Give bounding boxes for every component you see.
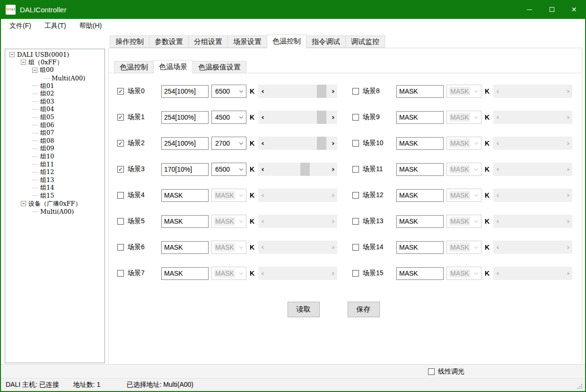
scene-level-input[interactable]: [161, 241, 209, 254]
scene-checkbox-group[interactable]: ✓ 场景0: [117, 87, 161, 96]
kelvin-scrollbar[interactable]: [258, 189, 337, 202]
kelvin-dropdown[interactable]: MASK: [446, 241, 481, 254]
scene-level-input[interactable]: [396, 85, 444, 98]
scroll-left-button[interactable]: [493, 267, 501, 280]
kelvin-dropdown[interactable]: MASK: [446, 85, 481, 98]
scene-checkbox-group[interactable]: 场景11: [352, 165, 396, 174]
scroll-right-button[interactable]: [564, 241, 572, 254]
scrollbar-track[interactable]: [266, 241, 329, 254]
scene-checkbox-group[interactable]: 场景5: [117, 217, 161, 226]
scene-checkbox-group[interactable]: 场景12: [352, 191, 396, 200]
kelvin-dropdown[interactable]: MASK: [211, 189, 246, 202]
scroll-right-button[interactable]: [564, 215, 572, 228]
scroll-left-button[interactable]: [258, 241, 266, 254]
menu-item[interactable]: 工具(T): [40, 20, 71, 32]
kelvin-scrollbar[interactable]: [493, 85, 572, 98]
scroll-left-button[interactable]: [493, 241, 501, 254]
kelvin-dropdown[interactable]: MASK: [446, 111, 481, 124]
scroll-right-button[interactable]: [329, 163, 337, 176]
scrollbar-track[interactable]: [266, 215, 329, 228]
scrollbar-track[interactable]: [266, 189, 329, 202]
kelvin-dropdown[interactable]: 6500: [211, 85, 246, 98]
scene-checkbox-group[interactable]: 场景10: [352, 139, 396, 148]
sub-tab-1[interactable]: 色温场景: [153, 60, 193, 74]
tree-item[interactable]: 组11: [5, 160, 105, 168]
scrollbar-track[interactable]: [501, 189, 564, 202]
scene-level-input[interactable]: [396, 163, 444, 176]
tree-item[interactable]: Multi(A00): [5, 208, 105, 216]
scroll-right-button[interactable]: [329, 111, 337, 124]
tree-item[interactable]: 设备（广播0xFF）: [5, 200, 105, 208]
scene-level-input[interactable]: [396, 137, 444, 150]
scroll-right-button[interactable]: [329, 189, 337, 202]
scroll-left-button[interactable]: [493, 137, 501, 150]
tree-item[interactable]: 组04: [5, 105, 105, 113]
scene-level-input[interactable]: [161, 163, 209, 176]
main-tab-0[interactable]: 操作控制: [110, 35, 149, 48]
kelvin-scrollbar[interactable]: [493, 163, 572, 176]
scene-checkbox[interactable]: ✓: [117, 166, 124, 173]
scene-checkbox[interactable]: ✓: [117, 140, 124, 147]
maximize-button[interactable]: [541, 0, 563, 19]
scroll-left-button[interactable]: [493, 163, 501, 176]
scene-checkbox[interactable]: [352, 218, 359, 225]
scene-checkbox-group[interactable]: 场景7: [117, 269, 161, 278]
tree-item[interactable]: 组10: [5, 153, 105, 161]
scroll-right-button[interactable]: [564, 137, 572, 150]
scene-level-input[interactable]: [161, 215, 209, 228]
scroll-right-button[interactable]: [329, 241, 337, 254]
main-tab-4[interactable]: 色温控制: [267, 35, 306, 48]
scrollbar-thumb[interactable]: [317, 85, 326, 98]
scroll-left-button[interactable]: [493, 189, 501, 202]
scene-checkbox-group[interactable]: 场景15: [352, 269, 396, 278]
kelvin-dropdown[interactable]: MASK: [211, 267, 246, 280]
scrollbar-track[interactable]: [501, 137, 564, 150]
collapse-icon[interactable]: [21, 201, 26, 206]
close-button[interactable]: ✕: [563, 0, 585, 19]
kelvin-dropdown[interactable]: MASK: [446, 267, 481, 280]
tree-item[interactable]: 组06: [5, 121, 105, 129]
kelvin-scrollbar[interactable]: [493, 111, 572, 124]
scene-checkbox-group[interactable]: 场景8: [352, 87, 396, 96]
scroll-left-button[interactable]: [258, 111, 266, 124]
kelvin-dropdown[interactable]: 2700: [211, 137, 246, 150]
tree-item[interactable]: 组05: [5, 113, 105, 122]
main-tab-3[interactable]: 场景设置: [227, 35, 267, 48]
scene-level-input[interactable]: [161, 85, 209, 98]
tree-item[interactable]: 组12: [5, 168, 105, 176]
scene-checkbox-group[interactable]: 场景14: [352, 243, 396, 252]
tree-item[interactable]: 组02: [5, 90, 105, 98]
scene-level-input[interactable]: [161, 189, 209, 202]
scene-checkbox[interactable]: [117, 244, 124, 251]
scrollbar-track[interactable]: [266, 163, 329, 176]
tree-item[interactable]: 组09: [5, 145, 105, 153]
minimize-button[interactable]: [518, 0, 541, 19]
scene-checkbox-group[interactable]: ✓ 场景2: [117, 139, 161, 148]
scrollbar-track[interactable]: [501, 163, 564, 176]
kelvin-scrollbar[interactable]: [258, 85, 337, 98]
kelvin-scrollbar[interactable]: [493, 137, 572, 150]
scroll-left-button[interactable]: [258, 215, 266, 228]
linear-dimming-checkbox[interactable]: [428, 368, 435, 375]
kelvin-dropdown[interactable]: MASK: [446, 215, 481, 228]
scrollbar-thumb[interactable]: [317, 111, 326, 124]
scene-checkbox[interactable]: [352, 140, 359, 147]
scroll-left-button[interactable]: [258, 189, 266, 202]
scroll-right-button[interactable]: [329, 137, 337, 150]
scene-checkbox[interactable]: [352, 244, 359, 251]
kelvin-scrollbar[interactable]: [493, 215, 572, 228]
kelvin-scrollbar[interactable]: [493, 241, 572, 254]
kelvin-scrollbar[interactable]: [258, 137, 337, 150]
scrollbar-track[interactable]: [266, 137, 329, 150]
read-button[interactable]: 读取: [288, 302, 320, 317]
scene-checkbox[interactable]: [352, 88, 359, 95]
kelvin-dropdown[interactable]: 6500: [211, 163, 246, 176]
scrollbar-track[interactable]: [266, 111, 329, 124]
main-tab-6[interactable]: 调试监控: [345, 35, 385, 48]
scene-checkbox[interactable]: [352, 114, 359, 121]
scroll-right-button[interactable]: [564, 267, 572, 280]
scene-checkbox-group[interactable]: 场景13: [352, 217, 396, 226]
scrollbar-track[interactable]: [501, 267, 564, 280]
scroll-left-button[interactable]: [258, 267, 266, 280]
tree-item[interactable]: 组（0xFF）: [5, 59, 105, 67]
